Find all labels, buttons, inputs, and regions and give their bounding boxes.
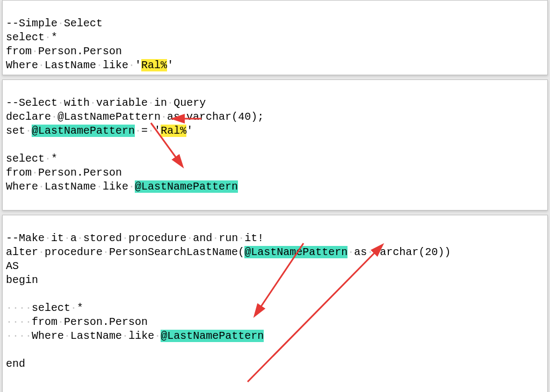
code-line: from·Person.Person [6,166,122,179]
code-line: declare·@LastNamePattern·as·varchar(40); [6,111,264,123]
variable-highlight: @LastNamePattern [135,180,238,193]
code-line: from·Person.Person [6,45,122,57]
literal-highlight: Ral% [141,59,167,71]
code-line [6,372,12,384]
code-line [6,288,12,300]
code-line: alter·procedure·PersonSearchLastName(@La… [6,246,451,258]
code-line: --Make·it·a·stored·procedure·and·run·it! [6,232,264,244]
code-line: --Simple·Select [6,17,103,30]
code-line: select·* [6,153,57,165]
code-pane-3: --Make·it·a·stored·procedure·and·run·it!… [2,215,548,392]
code-line: --Select·with·variable·in·Query [6,97,206,109]
code-pane-1: --Simple·Select select·* from·Person.Per… [2,0,548,75]
code-line: Where·LastName·like·'Ral%' [6,59,173,71]
code-line: select·* [6,31,57,43]
literal-highlight: Ral% [161,125,186,137]
code-line: Where·LastName·like·@LastNamePattern [6,180,238,193]
code-line [6,386,12,392]
code-line: ····from·Person.Person [6,316,148,328]
code-line [6,139,12,151]
code-line: ····Where·LastName·like·@LastNamePattern [6,330,264,342]
svg-line-3 [248,245,382,382]
variable-highlight: @LastNamePattern [32,125,135,137]
code-line: set·@LastNamePattern·=·'Ral%' [6,125,193,137]
code-line: end [6,358,25,370]
code-line: begin [6,274,38,286]
code-line: AS [6,260,19,272]
code-line [6,344,12,356]
variable-highlight: @LastNamePattern [161,330,264,342]
variable-highlight: @LastNamePattern [244,246,348,258]
code-line: ····select·* [6,302,83,314]
code-pane-2: --Select·with·variable·in·Query declare·… [2,79,548,210]
